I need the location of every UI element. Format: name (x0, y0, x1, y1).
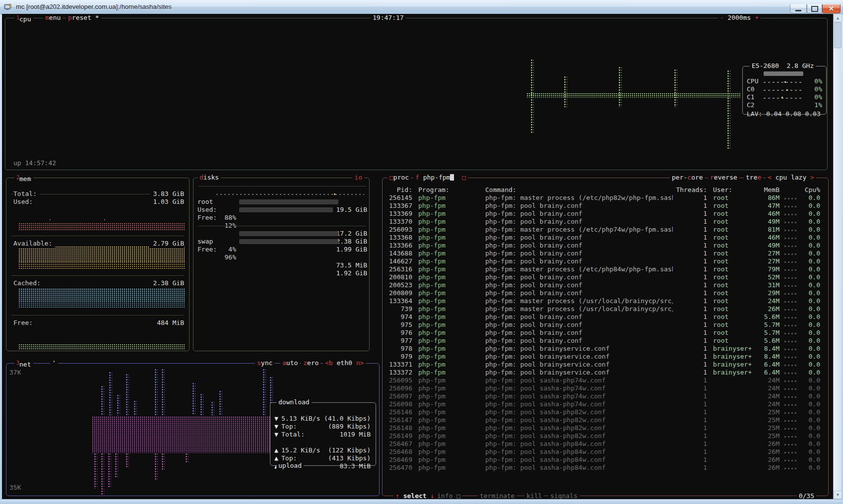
cell-user (707, 448, 760, 456)
cell-pid: 200523 (387, 281, 412, 289)
process-row[interactable]: 256095php-fpmphp-fpm: pool sasha-php74w.… (387, 377, 820, 384)
process-row[interactable]: 256097php-fpmphp-fpm: pool sasha-php74w.… (387, 392, 820, 400)
interval-increase-button[interactable]: + (755, 14, 759, 21)
cell-threads: 1 (673, 377, 707, 384)
process-row[interactable]: 256098php-fpmphp-fpm: pool sasha-php74w.… (387, 400, 820, 408)
close-button[interactable]: ✕ (822, 4, 841, 13)
scrollbar[interactable]: ▲ ▼ (833, 14, 842, 499)
process-row[interactable]: 200810php-fpmphp-fpm: pool brainy.conf1r… (387, 273, 820, 281)
process-row[interactable]: 979php-fpmphp-fpm: pool brainyservice.co… (387, 353, 820, 361)
proc-box-title[interactable]: □proc (388, 174, 411, 181)
column-cpu[interactable]: Cpu% (801, 186, 820, 194)
core-graph (764, 98, 803, 99)
net-zero-toggle[interactable]: zero (301, 359, 321, 367)
signals-button[interactable]: signals (548, 492, 580, 499)
cpu-model: E5-2680 2.8 GHz (750, 62, 816, 69)
process-row[interactable]: 976php-fpmphp-fpm: pool brainy.conf1root… (387, 329, 820, 337)
process-row[interactable]: 200809php-fpmphp-fpm: pool brainy.conf1r… (387, 289, 820, 297)
process-row[interactable]: 133369php-fpmphp-fpm: pool brainy.conf1r… (387, 210, 820, 218)
process-row[interactable]: 256147php-fpmphp-fpm: pool sasha-php82w.… (387, 416, 820, 424)
terminate-button[interactable]: terminate (478, 492, 517, 499)
process-row[interactable]: 133371php-fpmphp-fpm: pool brainyservice… (387, 361, 820, 369)
net-auto-toggle[interactable]: auto (280, 359, 300, 367)
process-row[interactable]: 977php-fpmphp-fpm: pool brainy.conf1root… (387, 337, 820, 345)
process-row[interactable]: 256316php-fpmphp-fpm: master process (/e… (387, 265, 820, 273)
process-row[interactable]: 256148php-fpmphp-fpm: pool sasha-php82w.… (387, 424, 820, 432)
process-row[interactable]: 975php-fpmphp-fpm: pool brainy.conf1root… (387, 321, 820, 329)
process-row[interactable]: 974php-fpmphp-fpm: pool brainy.conf1root… (387, 313, 820, 321)
column-mem[interactable]: MemB (760, 186, 779, 194)
process-row[interactable]: 133368php-fpmphp-fpm: pool brainy.conf1r… (387, 234, 820, 242)
process-row[interactable]: 133366php-fpmphp-fpm: pool brainy.conf1r… (387, 242, 820, 250)
process-row[interactable]: 739php-fpmphp-fpm: master process (/usr/… (387, 305, 820, 313)
proc-box: □proc f php-fpm □ per-core reverse tree … (382, 178, 829, 496)
net-sync-toggle[interactable]: sync (255, 359, 274, 367)
interval-decrease-button[interactable]: - (720, 14, 724, 21)
sort-next-arrow[interactable]: > (810, 174, 814, 181)
process-row[interactable]: 133370php-fpmphp-fpm: pool brainy.conf1r… (387, 218, 820, 226)
tree-toggle[interactable]: tree (744, 174, 763, 181)
minimize-button[interactable] (790, 4, 807, 13)
process-row[interactable]: 256145php-fpmphp-fpm: master process (/e… (387, 194, 820, 202)
process-row[interactable]: 256149php-fpmphp-fpm: pool sasha-php82w.… (387, 432, 820, 440)
column-command[interactable]: Command: (479, 186, 673, 194)
scrollbar-down-button[interactable]: ▼ (834, 491, 842, 499)
cell-command: php-fpm: pool brainy.conf (479, 257, 673, 265)
process-row[interactable]: 256146php-fpmphp-fpm: pool sasha-php82w.… (387, 408, 820, 416)
process-row[interactable]: 133367php-fpmphp-fpm: pool brainy.conf1r… (387, 202, 820, 210)
process-row[interactable]: 200523php-fpmphp-fpm: pool brainy.conf1r… (387, 281, 820, 289)
cell-threads: 1 (673, 257, 707, 265)
cell-threads: 1 (673, 432, 707, 440)
process-row[interactable]: 133372php-fpmphp-fpm: pool brainyservice… (387, 369, 820, 377)
process-row[interactable]: 146627php-fpmphp-fpm: pool brainy.conf1r… (387, 257, 820, 265)
process-row[interactable]: 143688php-fpmphp-fpm: pool brainy.conf1r… (387, 250, 820, 257)
proc-filter-input[interactable]: f php-fpm □ (413, 174, 468, 181)
info-button[interactable]: info □ (435, 492, 462, 499)
process-row[interactable]: 256096php-fpmphp-fpm: pool sasha-php74w.… (387, 384, 820, 392)
process-row[interactable]: 978php-fpmphp-fpm: pool brainyservice.co… (387, 345, 820, 353)
process-row[interactable]: 256469php-fpmphp-fpm: pool sasha-php84w.… (387, 456, 820, 464)
cell-cpu: 0.0 (801, 281, 820, 289)
cpu-meter (764, 71, 803, 76)
cell-pid: 133369 (387, 210, 412, 218)
scrollbar-thumb[interactable] (834, 22, 842, 48)
per-core-toggle[interactable]: per-core (670, 174, 705, 181)
menu-button[interactable]: menu (43, 14, 63, 21)
row-leader-dots (784, 277, 798, 279)
maximize-icon (811, 6, 818, 12)
preset-button[interactable]: preset * (66, 14, 101, 21)
maximize-button[interactable] (807, 4, 822, 13)
cell-pid: 133370 (387, 218, 412, 226)
column-program[interactable]: Program: (412, 186, 479, 194)
reverse-toggle[interactable]: reverse (708, 174, 739, 181)
process-row[interactable]: 256093php-fpmphp-fpm: master process (/e… (387, 226, 820, 234)
cell-cpu: 0.0 (801, 424, 820, 432)
cell-command: php-fpm: pool brainy.conf (479, 321, 673, 329)
cell-cpu: 0.0 (801, 353, 820, 361)
cell-user: brainyser+ (707, 353, 760, 361)
cell-program: php-fpm (412, 313, 479, 321)
cpu-box-title[interactable]: 1cpu (14, 14, 33, 21)
kill-button[interactable]: kill (524, 492, 544, 499)
sort-prev-arrow[interactable]: < (768, 174, 772, 181)
column-pid[interactable]: Pid: (387, 186, 412, 194)
titlebar: mc [root@a202.itdeveloper.com.ua]:/home/… (0, 0, 843, 14)
column-threads[interactable]: Threads: (673, 186, 707, 194)
process-row[interactable]: 256468php-fpmphp-fpm: pool sasha-php84w.… (387, 448, 820, 456)
cell-program: php-fpm (412, 416, 479, 424)
scrollbar-up-button[interactable]: ▲ (834, 14, 842, 22)
upload-total-row: ▲Total:83.3 MiB (274, 454, 371, 462)
cell-command: php-fpm: pool sasha-php74w.conf (479, 377, 673, 384)
process-row[interactable]: 133364php-fpmphp-fpm: master process (/u… (387, 297, 820, 305)
cell-user: root (707, 297, 760, 305)
column-user[interactable]: User: (707, 186, 760, 194)
net-interface-selector[interactable]: <b eth0 n> (323, 359, 366, 367)
mem-box-title[interactable]: 2mem (14, 174, 33, 181)
net-box-title[interactable]: 3net (14, 359, 33, 367)
select-control[interactable]: ↑ select ↓ (393, 492, 436, 499)
filter-clear-button[interactable]: □ (462, 174, 466, 181)
io-mode-toggle[interactable]: io (352, 174, 364, 181)
process-row[interactable]: 256467php-fpmphp-fpm: pool sasha-php84w.… (387, 440, 820, 448)
process-row[interactable]: 256470php-fpmphp-fpm: pool sasha-php84w.… (387, 464, 820, 472)
sort-selector[interactable]: < cpu lazy > (766, 174, 816, 181)
